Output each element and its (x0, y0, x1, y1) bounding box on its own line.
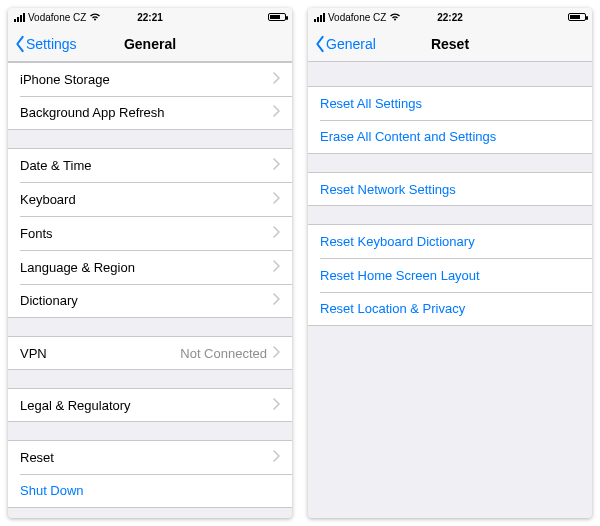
row-reset[interactable]: Reset (8, 440, 292, 474)
chevron-right-icon (273, 72, 280, 87)
row-label: Shut Down (20, 483, 84, 498)
row-label: Background App Refresh (20, 105, 165, 120)
row-reset-network-settings[interactable]: Reset Network Settings (308, 172, 592, 206)
back-button[interactable]: Settings (14, 35, 77, 53)
row-label: iPhone Storage (20, 72, 110, 87)
row-label: Reset Keyboard Dictionary (320, 234, 475, 249)
chevron-right-icon (273, 192, 280, 207)
row-vpn[interactable]: VPN Not Connected (8, 336, 292, 370)
row-label: Fonts (20, 226, 53, 241)
back-label: Settings (26, 36, 77, 52)
back-label: General (326, 36, 376, 52)
row-erase-all-content[interactable]: Erase All Content and Settings (308, 120, 592, 154)
row-keyboard[interactable]: Keyboard (8, 182, 292, 216)
clock: 22:22 (308, 12, 592, 23)
back-button[interactable]: General (314, 35, 376, 53)
row-label: Reset (20, 450, 54, 465)
chevron-right-icon (273, 450, 280, 465)
row-reset-location-privacy[interactable]: Reset Location & Privacy (308, 292, 592, 326)
chevron-right-icon (273, 398, 280, 413)
row-reset-keyboard-dictionary[interactable]: Reset Keyboard Dictionary (308, 224, 592, 258)
phone-general: Vodafone CZ 22:21 Settings General iPhon… (8, 8, 292, 518)
battery-icon (568, 13, 586, 21)
content-reset: Reset All Settings Erase All Content and… (308, 62, 592, 518)
clock: 22:21 (8, 12, 292, 23)
row-background-app-refresh[interactable]: Background App Refresh (8, 96, 292, 130)
row-reset-home-screen-layout[interactable]: Reset Home Screen Layout (308, 258, 592, 292)
phone-reset: Vodafone CZ 22:22 General Reset Reset Al… (308, 8, 592, 518)
chevron-right-icon (273, 346, 280, 361)
row-fonts[interactable]: Fonts (8, 216, 292, 250)
chevron-right-icon (273, 226, 280, 241)
chevron-right-icon (273, 260, 280, 275)
row-label: VPN (20, 346, 47, 361)
nav-bar: Settings General (8, 26, 292, 62)
row-detail: Not Connected (180, 346, 267, 361)
row-reset-all-settings[interactable]: Reset All Settings (308, 86, 592, 120)
chevron-right-icon (273, 293, 280, 308)
battery-icon (268, 13, 286, 21)
content-general: iPhone Storage Background App Refresh Da… (8, 62, 292, 518)
row-label: Dictionary (20, 293, 78, 308)
row-date-time[interactable]: Date & Time (8, 148, 292, 182)
row-label: Reset Location & Privacy (320, 301, 465, 316)
row-label: Date & Time (20, 158, 92, 173)
row-shut-down[interactable]: Shut Down (8, 474, 292, 508)
chevron-right-icon (273, 105, 280, 120)
status-bar: Vodafone CZ 22:21 (8, 8, 292, 26)
row-legal-regulatory[interactable]: Legal & Regulatory (8, 388, 292, 422)
row-dictionary[interactable]: Dictionary (8, 284, 292, 318)
row-language-region[interactable]: Language & Region (8, 250, 292, 284)
row-label: Keyboard (20, 192, 76, 207)
chevron-right-icon (273, 158, 280, 173)
row-label: Language & Region (20, 260, 135, 275)
nav-bar: General Reset (308, 26, 592, 62)
row-label: Reset All Settings (320, 96, 422, 111)
row-label: Reset Network Settings (320, 182, 456, 197)
row-label: Reset Home Screen Layout (320, 268, 480, 283)
row-label: Erase All Content and Settings (320, 129, 496, 144)
row-label: Legal & Regulatory (20, 398, 131, 413)
row-iphone-storage[interactable]: iPhone Storage (8, 62, 292, 96)
status-bar: Vodafone CZ 22:22 (308, 8, 592, 26)
